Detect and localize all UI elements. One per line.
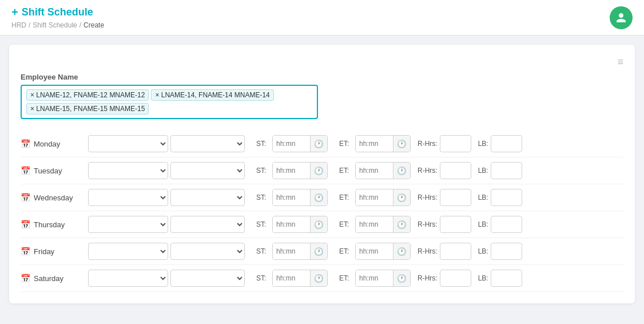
plus-icon: + bbox=[11, 6, 18, 19]
et-clock-btn-thursday[interactable]: 🕐 bbox=[393, 216, 410, 232]
time-fields-st-friday: ST: 🕐 bbox=[256, 243, 328, 260]
lb-input-wednesday[interactable] bbox=[491, 189, 522, 206]
day-name-saturday: Saturday bbox=[34, 274, 63, 283]
page-title-text: Shift Schedule bbox=[22, 6, 93, 18]
day-select2-wednesday[interactable] bbox=[170, 189, 245, 206]
day-select2-monday[interactable] bbox=[170, 135, 245, 152]
breadcrumb: HRD / Shift Schedule / Create bbox=[11, 21, 104, 29]
et-input-wednesday[interactable] bbox=[356, 189, 393, 206]
calendar-icon-monday: 📅 bbox=[21, 139, 30, 148]
st-input-wednesday[interactable] bbox=[273, 189, 310, 206]
card-menu-icon-wrap: ≡ bbox=[21, 56, 623, 68]
lb-input-saturday[interactable] bbox=[491, 270, 522, 287]
day-name-thursday: Thursday bbox=[34, 220, 65, 229]
employee-tag-2[interactable]: × LNAME-15, FNAME-15 MNAME-15 bbox=[26, 103, 149, 114]
et-input-tuesday[interactable] bbox=[356, 163, 393, 179]
et-clock-btn-tuesday[interactable]: 🕐 bbox=[393, 163, 410, 179]
rhrs-input-saturday[interactable] bbox=[440, 270, 471, 287]
day-select1-tuesday[interactable] bbox=[88, 162, 168, 179]
day-label-monday: 📅 Monday bbox=[21, 139, 84, 148]
st-input-saturday[interactable] bbox=[273, 270, 310, 286]
et-input-thursday[interactable] bbox=[356, 216, 393, 232]
st-label-saturday: ST: bbox=[256, 274, 269, 282]
day-select2-saturday[interactable] bbox=[170, 270, 245, 287]
avatar-button[interactable] bbox=[610, 6, 633, 29]
lb-input-thursday[interactable] bbox=[491, 216, 522, 233]
lb-label-thursday: LB: bbox=[478, 220, 488, 228]
st-input-tuesday[interactable] bbox=[273, 163, 310, 179]
day-selects-thursday bbox=[88, 216, 245, 233]
rhrs-label-saturday: R-Hrs: bbox=[418, 274, 438, 282]
et-input-wrap-friday: 🕐 bbox=[355, 243, 411, 260]
calendar-icon-wednesday: 📅 bbox=[21, 193, 30, 202]
breadcrumb-sep1: / bbox=[29, 21, 30, 29]
st-input-wrap-monday: 🕐 bbox=[272, 135, 328, 152]
employee-tag-0[interactable]: × LNAME-12, FNAME-12 MNAME-12 bbox=[26, 89, 149, 101]
et-input-saturday[interactable] bbox=[356, 270, 393, 286]
day-name-tuesday: Tuesday bbox=[34, 167, 62, 175]
et-clock-btn-monday[interactable]: 🕐 bbox=[393, 136, 410, 152]
day-name-friday: Friday bbox=[34, 247, 54, 256]
st-input-thursday[interactable] bbox=[273, 216, 310, 232]
employee-name-label: Employee Name bbox=[21, 73, 623, 81]
breadcrumb-create: Create bbox=[84, 21, 104, 29]
st-input-monday[interactable] bbox=[273, 136, 310, 152]
rhrs-label-thursday: R-Hrs: bbox=[418, 220, 438, 228]
day-select1-friday[interactable] bbox=[88, 243, 168, 260]
rhrs-input-monday[interactable] bbox=[440, 135, 471, 152]
et-label-friday: ET: bbox=[339, 247, 352, 255]
main-content: ≡ Employee Name × LNAME-12, FNAME-12 MNA… bbox=[0, 35, 644, 313]
breadcrumb-shift[interactable]: Shift Schedule bbox=[33, 21, 77, 29]
rhrs-input-thursday[interactable] bbox=[440, 216, 471, 233]
employee-name-select[interactable]: × LNAME-12, FNAME-12 MNAME-12 × LNAME-14… bbox=[21, 85, 318, 119]
st-clock-btn-friday[interactable]: 🕐 bbox=[310, 243, 327, 259]
et-input-wrap-thursday: 🕐 bbox=[355, 216, 411, 233]
day-select1-monday[interactable] bbox=[88, 135, 168, 152]
lb-input-tuesday[interactable] bbox=[491, 162, 522, 179]
rhrs-section-monday: R-Hrs: bbox=[418, 135, 471, 152]
day-select2-thursday[interactable] bbox=[170, 216, 245, 233]
lb-input-friday[interactable] bbox=[491, 243, 522, 260]
et-clock-btn-friday[interactable]: 🕐 bbox=[393, 243, 410, 259]
rhrs-input-wednesday[interactable] bbox=[440, 189, 471, 206]
lb-label-wednesday: LB: bbox=[478, 193, 488, 201]
time-fields-et-saturday: ET: 🕐 bbox=[339, 270, 411, 287]
et-clock-btn-saturday[interactable]: 🕐 bbox=[393, 270, 410, 286]
st-clock-btn-thursday[interactable]: 🕐 bbox=[310, 216, 327, 232]
et-input-monday[interactable] bbox=[356, 136, 393, 152]
lb-section-saturday: LB: bbox=[478, 270, 522, 287]
day-select1-wednesday[interactable] bbox=[88, 189, 168, 206]
breadcrumb-sep2: / bbox=[79, 21, 81, 29]
rhrs-section-wednesday: R-Hrs: bbox=[418, 189, 471, 206]
rhrs-input-tuesday[interactable] bbox=[440, 162, 471, 179]
day-select2-tuesday[interactable] bbox=[170, 162, 245, 179]
lb-input-monday[interactable] bbox=[491, 135, 522, 152]
day-row-tuesday: 📅 Tuesday ST: 🕐 ET: bbox=[21, 157, 623, 184]
st-input-friday[interactable] bbox=[273, 243, 310, 259]
st-clock-btn-saturday[interactable]: 🕐 bbox=[310, 270, 327, 286]
day-select1-thursday[interactable] bbox=[88, 216, 168, 233]
employee-tag-1[interactable]: × LNAME-14, FNAME-14 MNAME-14 bbox=[151, 89, 273, 101]
time-fields-et-monday: ET: 🕐 bbox=[339, 135, 411, 152]
lb-label-saturday: LB: bbox=[478, 274, 488, 282]
lb-section-wednesday: LB: bbox=[478, 189, 522, 206]
day-select1-saturday[interactable] bbox=[88, 270, 168, 287]
st-input-wrap-saturday: 🕐 bbox=[272, 270, 328, 287]
st-clock-btn-monday[interactable]: 🕐 bbox=[310, 136, 327, 152]
et-input-friday[interactable] bbox=[356, 243, 393, 259]
day-select2-friday[interactable] bbox=[170, 243, 245, 260]
st-clock-btn-wednesday[interactable]: 🕐 bbox=[310, 189, 327, 206]
employee-search-input[interactable] bbox=[151, 103, 312, 111]
et-label-saturday: ET: bbox=[339, 274, 352, 282]
breadcrumb-hrd[interactable]: HRD bbox=[11, 21, 26, 29]
day-row-wednesday: 📅 Wednesday ST: 🕐 ET: bbox=[21, 184, 623, 211]
lb-label-tuesday: LB: bbox=[478, 167, 488, 175]
card-menu-icon[interactable]: ≡ bbox=[617, 56, 623, 68]
day-label-thursday: 📅 Thursday bbox=[21, 220, 84, 229]
day-selects-friday bbox=[88, 243, 245, 260]
rhrs-input-friday[interactable] bbox=[440, 243, 471, 260]
top-bar-left: + Shift Schedule HRD / Shift Schedule / … bbox=[11, 6, 104, 29]
et-clock-btn-wednesday[interactable]: 🕐 bbox=[393, 189, 410, 206]
st-clock-btn-tuesday[interactable]: 🕐 bbox=[310, 163, 327, 179]
employee-tag-2-text: × LNAME-15, FNAME-15 MNAME-15 bbox=[30, 105, 145, 113]
